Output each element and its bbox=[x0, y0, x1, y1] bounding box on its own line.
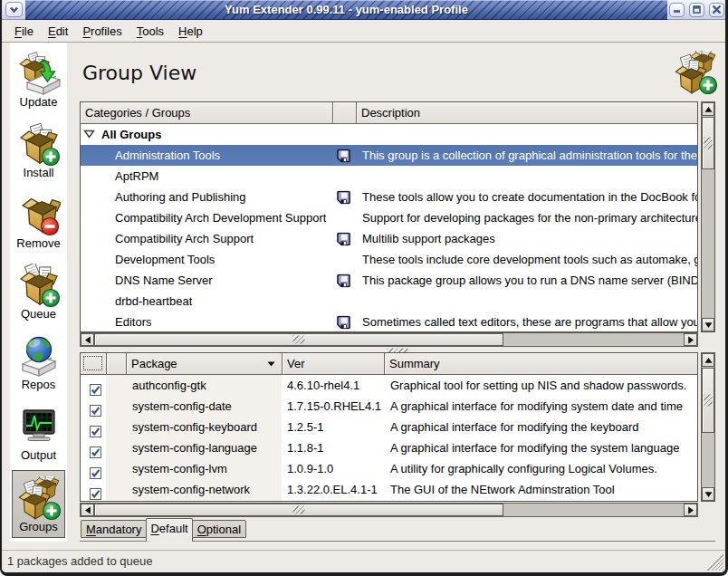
package-row[interactable]: system-config-lvm 1.0.9-1.0 A utility fo… bbox=[81, 458, 697, 479]
tree-row[interactable]: Authoring and Publishing These tools all… bbox=[81, 187, 697, 207]
tree-row[interactable]: Compatibility Arch Support Multilib supp… bbox=[81, 228, 697, 249]
package-checkbox-checked[interactable] bbox=[90, 484, 101, 502]
groups-box-icon bbox=[17, 476, 61, 520]
window-menu-button[interactable] bbox=[5, 2, 23, 17]
group-table-horizontal-scrollbar[interactable] bbox=[80, 332, 698, 347]
package-table-vertical-scrollbar[interactable] bbox=[701, 352, 715, 502]
scroll-up-button[interactable] bbox=[702, 102, 714, 116]
content-area: Update Install Remove Queue Repos bbox=[2, 43, 725, 550]
group-description: These tools allow you to create document… bbox=[362, 187, 697, 207]
sidebar-item-update[interactable]: Update bbox=[12, 46, 65, 114]
group-name: Compatibility Arch Support bbox=[115, 228, 254, 249]
install-box-icon bbox=[17, 122, 61, 166]
group-table-panel: Categories / Groups Description All Grou… bbox=[80, 101, 715, 348]
column-header-description[interactable]: Description bbox=[357, 102, 697, 124]
group-description bbox=[362, 166, 697, 187]
scroll-down-button[interactable] bbox=[702, 318, 714, 331]
installed-floppy-icon bbox=[337, 315, 350, 330]
package-name: system-config-language bbox=[132, 437, 257, 458]
scrollbar-thumb[interactable] bbox=[94, 333, 503, 346]
minimize-button[interactable] bbox=[669, 3, 685, 17]
package-row[interactable]: system-config-keyboard 1.2.5-1 A graphic… bbox=[81, 417, 697, 437]
titlebar[interactable]: Yum Extender 0.99.11 - yum-enabled Profi… bbox=[2, 0, 725, 20]
package-version: 1.2.5-1 bbox=[287, 417, 323, 437]
arrow-left-icon bbox=[84, 506, 91, 514]
maximize-button[interactable] bbox=[689, 3, 704, 17]
scrollbar-thumb[interactable] bbox=[702, 368, 714, 433]
group-description: These tools include core development too… bbox=[362, 249, 697, 270]
package-row[interactable]: system-config-date 1.7.15-0.RHEL4.1 A gr… bbox=[81, 396, 697, 417]
installed-floppy-icon bbox=[337, 149, 350, 163]
thumb-grip bbox=[293, 506, 305, 514]
column-header-categories-groups[interactable]: Categories / Groups bbox=[81, 102, 333, 124]
scrollbar-thumb[interactable] bbox=[94, 504, 503, 516]
tree-row[interactable]: drbd-heartbeat bbox=[81, 291, 697, 312]
menu-item[interactable]: File bbox=[7, 22, 41, 41]
package-row[interactable]: system-config-language 1.1.8-1 A graphic… bbox=[81, 437, 697, 458]
tree-row[interactable]: Administration Tools This group is a col… bbox=[81, 145, 697, 166]
tab[interactable]: Mandatory bbox=[81, 520, 147, 538]
repos-globe-icon bbox=[17, 334, 61, 378]
menu-item[interactable]: Help bbox=[171, 22, 210, 41]
group-name: DNS Name Server bbox=[115, 270, 213, 291]
sidebar-item-label: Update bbox=[12, 95, 65, 109]
scroll-right-button[interactable] bbox=[684, 504, 697, 516]
sidebar-item-remove[interactable]: Remove bbox=[12, 187, 65, 255]
tab[interactable]: Default bbox=[146, 518, 192, 542]
package-row[interactable]: authconfig-gtk 4.6.10-rhel4.1 Graphical … bbox=[81, 375, 697, 396]
scrollbar-thumb[interactable] bbox=[702, 117, 714, 169]
group-table-vertical-scrollbar[interactable] bbox=[701, 101, 715, 332]
sort-descending-icon bbox=[267, 361, 275, 367]
sidebar-item-queue[interactable]: Queue bbox=[12, 258, 65, 326]
sidebar: Update Install Remove Queue Repos bbox=[10, 43, 67, 542]
column-header-group-icon[interactable] bbox=[333, 102, 357, 124]
sidebar-item-install[interactable]: Install bbox=[12, 117, 65, 185]
tree-row-root[interactable]: All Groups bbox=[81, 124, 697, 145]
sidebar-item-groups[interactable]: Groups bbox=[12, 470, 65, 538]
package-summary: A graphical interface for modifying the … bbox=[390, 437, 679, 458]
menu-item[interactable]: Profiles bbox=[75, 22, 129, 41]
statusbar: 1 packages added to queue bbox=[2, 550, 725, 572]
scroll-up-button[interactable] bbox=[702, 353, 714, 367]
arrow-up-icon bbox=[704, 106, 713, 113]
titlebar-left-cap bbox=[2, 0, 25, 20]
tree-row[interactable]: DNS Name Server This package group allow… bbox=[81, 270, 697, 291]
package-table-horizontal-scrollbar[interactable] bbox=[80, 503, 698, 517]
scroll-left-button[interactable] bbox=[81, 333, 94, 346]
titlebar-drag-area[interactable]: Yum Extender 0.99.11 - yum-enabled Profi… bbox=[25, 0, 667, 20]
page-title: Group View bbox=[82, 62, 196, 84]
expander-open-icon[interactable] bbox=[83, 129, 95, 140]
maximize-icon bbox=[692, 5, 702, 14]
group-name: AptRPM bbox=[115, 166, 158, 187]
groups-box-icon bbox=[674, 51, 717, 94]
update-box-icon bbox=[17, 52, 61, 95]
group-description bbox=[362, 291, 697, 312]
group-table: Categories / Groups Description All Grou… bbox=[80, 101, 698, 332]
close-button[interactable] bbox=[709, 3, 724, 17]
tree-row[interactable]: Development Tools These tools include co… bbox=[81, 249, 697, 270]
column-header-version[interactable]: Ver bbox=[283, 353, 385, 375]
tab[interactable]: Optional bbox=[192, 520, 246, 538]
window-frame: Yum Extender 0.99.11 - yum-enabled Profi… bbox=[2, 0, 725, 572]
column-header-summary[interactable]: Summary bbox=[385, 353, 697, 375]
column-header-package-icon[interactable] bbox=[107, 353, 127, 375]
tree-root-label: All Groups bbox=[101, 124, 161, 145]
column-header-checkbox[interactable] bbox=[81, 353, 107, 375]
tree-row[interactable]: Editors Sometimes called text editors, t… bbox=[81, 312, 697, 332]
group-description: Sometimes called text editors, these are… bbox=[362, 312, 697, 332]
scroll-left-button[interactable] bbox=[81, 504, 94, 516]
menu-item[interactable]: Tools bbox=[129, 22, 171, 41]
tree-row[interactable]: AptRPM bbox=[81, 166, 697, 187]
column-header-package[interactable]: Package bbox=[127, 353, 283, 375]
scroll-down-button[interactable] bbox=[702, 487, 714, 501]
package-summary: The GUI of the NEtwork Adminstration Too… bbox=[390, 479, 615, 500]
menu-item[interactable]: Edit bbox=[41, 22, 75, 41]
resize-grip-icon[interactable] bbox=[706, 553, 723, 571]
sidebar-item-output[interactable]: Output bbox=[12, 399, 65, 467]
arrow-down-icon bbox=[704, 322, 713, 329]
sidebar-item-repos[interactable]: Repos bbox=[12, 329, 65, 397]
tree-row[interactable]: Compatibility Arch Development Support S… bbox=[81, 207, 697, 228]
sidebar-item-label: Groups bbox=[13, 520, 64, 533]
package-row[interactable]: system-config-network 1.3.22.0.EL.4.1-1 … bbox=[81, 479, 697, 500]
scroll-right-button[interactable] bbox=[684, 333, 697, 346]
